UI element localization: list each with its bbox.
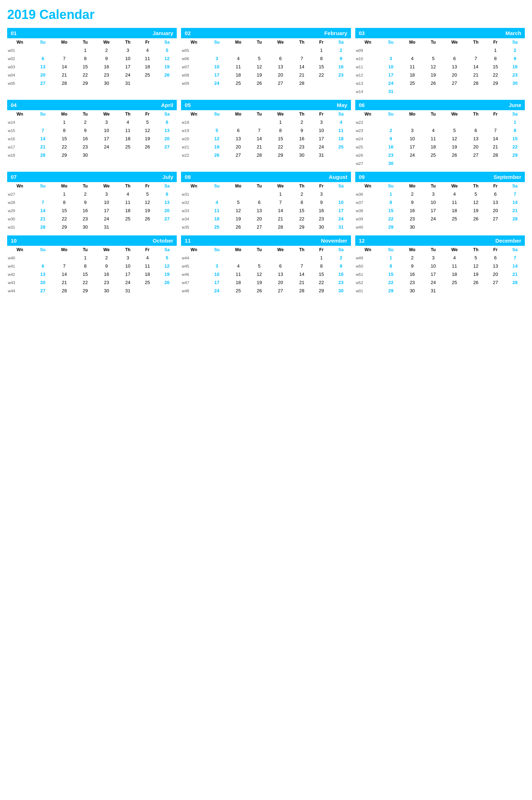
- cell-7: 19: [157, 63, 177, 71]
- cell-3: 2: [75, 190, 95, 198]
- cell-6: 16: [312, 206, 331, 215]
- cell-7: [331, 190, 351, 198]
- cell-0: w10: [355, 54, 381, 63]
- cell-1: 10: [381, 63, 401, 71]
- cell-1: 8: [381, 198, 401, 206]
- cell-2: 3: [401, 126, 424, 135]
- col-header-mo: Mo: [401, 182, 424, 190]
- cell-1: 22: [381, 215, 401, 223]
- table-row: w1217181920212223: [355, 71, 525, 79]
- cell-2: 7: [53, 54, 75, 63]
- cell-6: 29: [485, 79, 505, 87]
- cell-4: 21: [269, 215, 292, 223]
- cell-4: 16: [95, 270, 118, 278]
- cell-5: 21: [292, 71, 312, 79]
- cell-3: 16: [75, 206, 95, 215]
- cell-7: 14: [505, 198, 525, 206]
- col-header-fr: Fr: [312, 38, 331, 46]
- cell-2: 29: [53, 223, 75, 231]
- month-header-06: 06June: [355, 100, 525, 110]
- month-03: 03MarchWnSuMoTuWeThFrSaw0912w103456789w1…: [355, 28, 525, 96]
- cell-0: w47: [181, 278, 206, 287]
- cell-0: w40: [7, 254, 33, 262]
- col-header-tu: Tu: [249, 182, 269, 190]
- cell-6: [138, 223, 157, 231]
- col-header-mo: Mo: [401, 110, 424, 118]
- table-row: w0710111213141516: [181, 63, 351, 71]
- cell-2: 18: [227, 278, 250, 287]
- cell-1: [207, 46, 227, 54]
- cell-5: 5: [466, 190, 485, 198]
- cell-4: 30: [95, 79, 118, 87]
- cell-3: 22: [75, 71, 95, 79]
- cell-6: 14: [485, 135, 505, 143]
- cell-2: 29: [53, 151, 75, 159]
- cell-6: 27: [485, 278, 505, 287]
- col-header-fr: Fr: [138, 246, 157, 254]
- cell-2: 15: [53, 135, 75, 143]
- cell-7: 26: [157, 71, 177, 79]
- col-header-we: We: [269, 246, 292, 254]
- cell-6: 1: [312, 46, 331, 54]
- month-number: 08: [185, 174, 191, 180]
- table-row: w402930: [355, 223, 525, 231]
- table-row: w2012131415161718: [181, 135, 351, 143]
- cell-0: w19: [181, 126, 206, 135]
- cell-2: 1: [53, 118, 75, 126]
- cell-1: 17: [381, 71, 401, 79]
- cell-6: 3: [312, 190, 331, 198]
- cell-1: 5: [207, 126, 227, 135]
- cell-4: 11: [443, 262, 466, 270]
- cell-2: 4: [401, 54, 424, 63]
- cell-4: 2: [95, 46, 118, 54]
- cell-0: w29: [7, 206, 33, 215]
- cell-2: 30: [401, 287, 424, 295]
- cell-3: 15: [75, 270, 95, 278]
- cell-7: 16: [331, 270, 351, 278]
- cell-0: w50: [355, 262, 381, 270]
- table-row: w31123: [181, 190, 351, 198]
- cell-5: 21: [292, 278, 312, 287]
- cell-5: 16: [292, 135, 312, 143]
- col-header-fr: Fr: [312, 246, 331, 254]
- month-name: February: [324, 30, 347, 36]
- table-row: w1431: [355, 87, 525, 96]
- table-row: w232345678: [355, 126, 525, 135]
- cell-1: [381, 46, 401, 54]
- col-header-sa: Sa: [331, 246, 351, 254]
- cell-3: 18: [424, 143, 443, 151]
- col-header-wn: Wn: [181, 38, 206, 46]
- cell-0: w23: [355, 126, 381, 135]
- col-header-sa: Sa: [157, 182, 177, 190]
- cell-7: 9: [505, 54, 525, 63]
- col-header-wn: Wn: [181, 110, 206, 118]
- cell-7: 19: [157, 270, 177, 278]
- cell-6: [485, 287, 505, 295]
- cell-7: 28: [505, 215, 525, 223]
- cell-5: [466, 159, 485, 167]
- cell-1: 2: [381, 126, 401, 135]
- cell-5: 7: [292, 54, 312, 63]
- month-table: WnSuMoTuWeThFrSaw181234w19567891011w2012…: [181, 110, 351, 159]
- cell-1: 3: [381, 54, 401, 63]
- col-header-mo: Mo: [53, 246, 75, 254]
- cell-6: 30: [312, 223, 331, 231]
- col-header-mo: Mo: [227, 182, 250, 190]
- cell-6: 5: [138, 190, 157, 198]
- cell-6: 8: [312, 262, 331, 270]
- col-header-mo: Mo: [401, 246, 424, 254]
- cell-3: 12: [249, 63, 269, 71]
- cell-7: 4: [331, 118, 351, 126]
- cell-6: 22: [312, 71, 331, 79]
- month-table: WnSuMoTuWeThFrSaw0912w103456789w11101112…: [355, 38, 525, 96]
- cell-7: 16: [505, 63, 525, 71]
- table-row: w3418192021222324: [181, 215, 351, 223]
- table-row: w27123456: [7, 190, 177, 198]
- col-header-fr: Fr: [312, 110, 331, 118]
- month-name: March: [506, 30, 521, 36]
- cell-4: 19: [443, 143, 466, 151]
- cell-3: 12: [249, 270, 269, 278]
- table-row: w3245678910: [181, 198, 351, 206]
- col-header-th: Th: [466, 182, 485, 190]
- cell-0: w27: [355, 159, 381, 167]
